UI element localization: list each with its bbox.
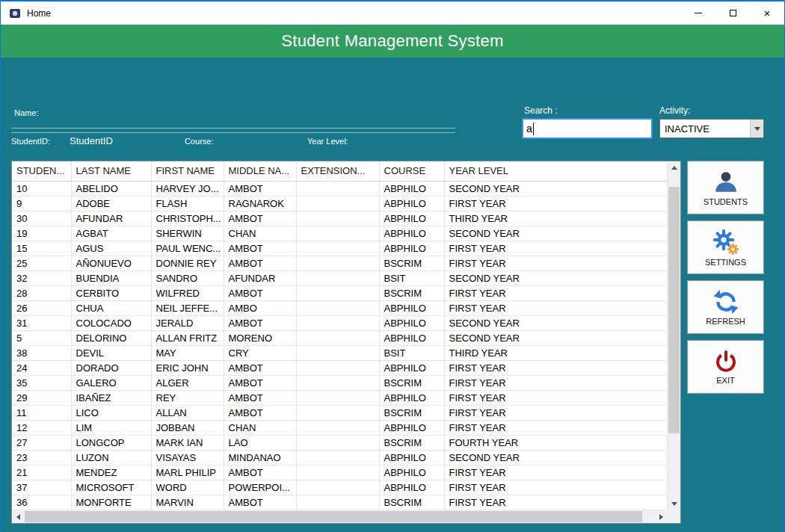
table-cell[interactable]: JOBBAN bbox=[151, 420, 224, 435]
table-cell[interactable]: FIRST YEAR bbox=[444, 256, 668, 270]
dropdown-arrow-button[interactable] bbox=[750, 120, 763, 137]
table-cell[interactable]: 30 bbox=[12, 211, 71, 226]
students-button[interactable]: STUDENTS bbox=[687, 161, 764, 214]
table-cell[interactable]: 19 bbox=[12, 226, 71, 241]
scroll-down-button[interactable] bbox=[668, 498, 680, 510]
table-cell[interactable]: CHUA bbox=[71, 300, 151, 315]
table-cell[interactable]: RAGNAROK bbox=[224, 196, 296, 211]
table-cell[interactable]: FIRST YEAR bbox=[444, 285, 668, 300]
table-cell[interactable]: AMBOT bbox=[224, 315, 296, 330]
table-cell[interactable]: AMBO bbox=[224, 300, 296, 315]
settings-button[interactable]: SETTINGS bbox=[687, 220, 764, 274]
table-cell[interactable]: FIRST YEAR bbox=[444, 375, 668, 390]
table-cell[interactable]: GALERO bbox=[71, 375, 151, 390]
table-cell[interactable]: FIRST YEAR bbox=[444, 196, 668, 211]
table-cell[interactable]: SANDRO bbox=[151, 270, 224, 285]
scroll-right-button[interactable] bbox=[655, 510, 668, 523]
table-cell[interactable]: FOURTH YEAR bbox=[444, 435, 668, 450]
table-cell[interactable]: BSCRIM bbox=[379, 405, 444, 420]
table-cell[interactable]: 24 bbox=[12, 360, 71, 375]
table-cell[interactable]: ABPHILO bbox=[379, 360, 444, 375]
table-cell[interactable]: LONGCOP bbox=[71, 435, 151, 450]
table-cell[interactable]: 9 bbox=[12, 196, 71, 211]
table-cell[interactable]: MONFORTE bbox=[71, 495, 151, 510]
table-cell[interactable]: FIRST YEAR bbox=[444, 390, 668, 405]
table-cell[interactable]: AMBOT bbox=[224, 256, 296, 270]
table-cell[interactable]: THIRD YEAR bbox=[444, 345, 668, 360]
table-cell[interactable]: LIM bbox=[71, 420, 151, 435]
table-cell[interactable]: MENDEZ bbox=[71, 465, 151, 480]
table-cell[interactable]: ABPHILO bbox=[379, 211, 444, 226]
table-cell[interactable]: NEIL JEFFE... bbox=[151, 300, 224, 315]
table-cell[interactable] bbox=[296, 300, 379, 315]
table-cell[interactable]: AMBOT bbox=[224, 241, 296, 256]
table-cell[interactable] bbox=[296, 480, 379, 495]
column-header[interactable]: STUDEN... bbox=[12, 161, 71, 181]
horizontal-scrollbar[interactable] bbox=[12, 510, 668, 523]
table-cell[interactable]: CHAN bbox=[224, 420, 296, 435]
table-cell[interactable]: MAY bbox=[151, 345, 224, 360]
table-cell[interactable]: AMBOT bbox=[224, 211, 296, 226]
table-cell[interactable] bbox=[296, 375, 379, 390]
table-cell[interactable]: CHAN bbox=[224, 226, 296, 241]
table-cell[interactable]: JERALD bbox=[151, 315, 224, 330]
table-cell[interactable]: FIRST YEAR bbox=[444, 360, 668, 375]
table-cell[interactable]: SECOND YEAR bbox=[444, 330, 668, 345]
table-cell[interactable]: LUZON bbox=[71, 450, 151, 465]
table-cell[interactable]: WILFRED bbox=[151, 285, 224, 300]
table-cell[interactable]: 37 bbox=[12, 480, 71, 495]
table-cell[interactable] bbox=[296, 181, 379, 196]
table-cell[interactable] bbox=[296, 211, 379, 226]
column-header[interactable]: MIDDLE NA... bbox=[224, 161, 296, 181]
table-cell[interactable]: AÑONUEVO bbox=[71, 256, 151, 270]
column-header[interactable]: FIRST NAME bbox=[151, 161, 224, 181]
table-cell[interactable] bbox=[296, 420, 379, 435]
table-cell[interactable]: BSIT bbox=[379, 345, 444, 360]
table-cell[interactable]: 12 bbox=[12, 420, 71, 435]
table-cell[interactable] bbox=[296, 241, 379, 256]
table-cell[interactable]: BSCRIM bbox=[379, 435, 444, 450]
table-cell[interactable]: FIRST YEAR bbox=[444, 241, 668, 256]
table-cell[interactable]: CHRISTOPH... bbox=[151, 211, 224, 226]
table-cell[interactable]: ADOBE bbox=[71, 196, 151, 211]
table-cell[interactable] bbox=[296, 360, 379, 375]
table-cell[interactable]: ABPHILO bbox=[379, 315, 444, 330]
scroll-left-button[interactable] bbox=[12, 510, 25, 523]
table-cell[interactable] bbox=[296, 345, 379, 360]
table-cell[interactable]: ABPHILO bbox=[379, 480, 444, 495]
table-cell[interactable] bbox=[296, 435, 379, 450]
table-cell[interactable]: REY bbox=[151, 390, 224, 405]
close-button[interactable]: × bbox=[750, 1, 784, 25]
table-cell[interactable]: MICROSOFT bbox=[71, 480, 151, 495]
table-cell[interactable] bbox=[296, 465, 379, 480]
column-header[interactable]: COURSE bbox=[379, 161, 444, 181]
table-cell[interactable]: 23 bbox=[12, 450, 71, 465]
table-cell[interactable]: SECOND YEAR bbox=[444, 450, 668, 465]
table-cell[interactable]: CERBITO bbox=[71, 285, 151, 300]
table-cell[interactable]: PAUL WENC... bbox=[151, 241, 224, 256]
table-cell[interactable] bbox=[296, 405, 379, 420]
table-cell[interactable]: FIRST YEAR bbox=[444, 465, 668, 480]
table-cell[interactable]: 36 bbox=[12, 495, 71, 510]
table-cell[interactable]: LAO bbox=[224, 435, 296, 450]
column-header[interactable]: EXTENSION... bbox=[296, 161, 379, 181]
table-cell[interactable]: 31 bbox=[12, 315, 71, 330]
table-cell[interactable]: THIRD YEAR bbox=[444, 211, 668, 226]
table-cell[interactable]: 15 bbox=[12, 241, 71, 256]
table-cell[interactable]: ABPHILO bbox=[379, 226, 444, 241]
table-cell[interactable]: FIRST YEAR bbox=[444, 480, 668, 495]
table-cell[interactable]: ABPHILO bbox=[379, 300, 444, 315]
table-cell[interactable]: ERIC JOHN bbox=[151, 360, 224, 375]
table-cell[interactable]: FIRST YEAR bbox=[444, 420, 668, 435]
activity-select[interactable]: INACTIVE bbox=[659, 119, 764, 138]
table-cell[interactable]: DORADO bbox=[71, 360, 151, 375]
table-cell[interactable]: BSCRIM bbox=[379, 285, 444, 300]
refresh-button[interactable]: REFRESH bbox=[687, 280, 764, 334]
table-cell[interactable]: 21 bbox=[12, 465, 71, 480]
table-cell[interactable]: ABPHILO bbox=[379, 465, 444, 480]
table-cell[interactable]: 25 bbox=[12, 256, 71, 270]
column-header[interactable]: LAST NAME bbox=[71, 161, 151, 181]
table-cell[interactable]: FLASH bbox=[151, 196, 224, 211]
table-cell[interactable] bbox=[296, 196, 379, 211]
table-cell[interactable]: LICO bbox=[71, 405, 151, 420]
